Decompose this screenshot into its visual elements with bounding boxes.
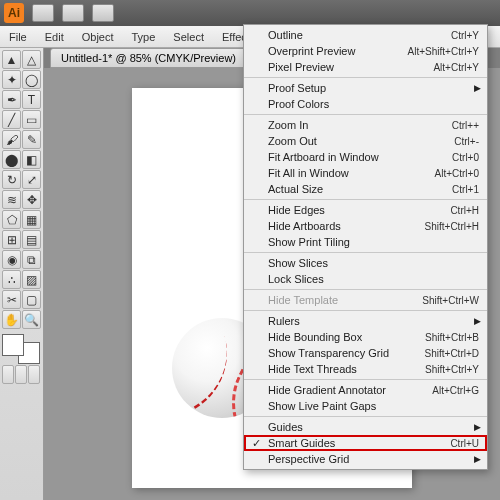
shortcut-text: Alt+Ctrl+0 xyxy=(435,168,479,179)
menu-item-show-live-paint-gaps[interactable]: Show Live Paint Gaps xyxy=(244,398,487,414)
shortcut-text: Ctrl+1 xyxy=(452,184,479,195)
app-logo: Ai xyxy=(4,3,24,23)
submenu-arrow-icon: ▶ xyxy=(474,316,481,326)
menu-select[interactable]: Select xyxy=(164,28,213,46)
menu-type[interactable]: Type xyxy=(123,28,165,46)
menu-item-label: Pixel Preview xyxy=(268,61,433,73)
menu-item-label: Fit All in Window xyxy=(268,167,435,179)
tool-pen[interactable]: ✒ xyxy=(2,90,21,109)
menu-item-label: Hide Gradient Annotator xyxy=(268,384,432,396)
tool-shape[interactable]: ⬠ xyxy=(2,210,21,229)
tool-pencil[interactable]: ✎ xyxy=(22,130,41,149)
menu-item-show-slices[interactable]: Show Slices xyxy=(244,255,487,271)
tool-art[interactable]: ▢ xyxy=(22,290,41,309)
shortcut-text: Shift+Ctrl+Y xyxy=(425,364,479,375)
document-tab[interactable]: Untitled-1* @ 85% (CMYK/Preview) ✕ xyxy=(50,48,261,68)
menu-item-label: Lock Slices xyxy=(268,273,479,285)
tool-col[interactable]: ▨ xyxy=(22,270,41,289)
menu-item-label: Show Live Paint Gaps xyxy=(268,400,479,412)
menu-edit[interactable]: Edit xyxy=(36,28,73,46)
menu-object[interactable]: Object xyxy=(73,28,123,46)
shortcut-text: Shift+Ctrl+H xyxy=(425,221,479,232)
tool-dsel[interactable]: △ xyxy=(22,50,41,69)
menu-item-label: Show Transparency Grid xyxy=(268,347,425,359)
tool-hand[interactable]: ✋ xyxy=(2,310,21,329)
tools-panel: ▲△✦◯✒T╱▭🖌✎⬤◧↻⤢≋✥⬠▦⊞▤◉⧉∴▨✂▢✋🔍 xyxy=(0,48,44,500)
menu-item-show-transparency-grid[interactable]: Show Transparency GridShift+Ctrl+D xyxy=(244,345,487,361)
tool-type[interactable]: T xyxy=(22,90,41,109)
menu-item-proof-setup[interactable]: Proof Setup▶ xyxy=(244,80,487,96)
menu-item-label: Outline xyxy=(268,29,451,41)
menu-item-guides[interactable]: Guides▶ xyxy=(244,419,487,435)
tool-rot[interactable]: ↻ xyxy=(2,170,21,189)
shortcut-text: Alt+Ctrl+Y xyxy=(433,62,479,73)
mode-a[interactable] xyxy=(2,365,14,384)
menu-item-label: Proof Colors xyxy=(268,98,479,110)
tool-eraser[interactable]: ◧ xyxy=(22,150,41,169)
menu-item-label: Guides xyxy=(268,421,479,433)
menu-item-label: Hide Template xyxy=(268,294,422,306)
shortcut-text: Ctrl++ xyxy=(452,120,479,131)
menu-item-label: Perspective Grid xyxy=(268,453,479,465)
tool-line[interactable]: ╱ xyxy=(2,110,21,129)
tool-slice[interactable]: ✂ xyxy=(2,290,21,309)
menu-item-proof-colors[interactable]: Proof Colors xyxy=(244,96,487,112)
shortcut-text: Alt+Ctrl+G xyxy=(432,385,479,396)
tool-lasso[interactable]: ◯ xyxy=(22,70,41,89)
menu-item-hide-template: Hide TemplateShift+Ctrl+W xyxy=(244,292,487,308)
toolbar-button[interactable] xyxy=(92,4,114,22)
toolbar-button[interactable] xyxy=(32,4,54,22)
menu-file[interactable]: File xyxy=(0,28,36,46)
menu-item-label: Hide Bounding Box xyxy=(268,331,425,343)
tool-eye[interactable]: ◉ xyxy=(2,250,21,269)
menu-item-hide-artboards[interactable]: Hide ArtboardsShift+Ctrl+H xyxy=(244,218,487,234)
menu-item-zoom-in[interactable]: Zoom InCtrl++ xyxy=(244,117,487,133)
menu-item-hide-edges[interactable]: Hide EdgesCtrl+H xyxy=(244,202,487,218)
submenu-arrow-icon: ▶ xyxy=(474,454,481,464)
menu-item-smart-guides[interactable]: ✓Smart GuidesCtrl+U xyxy=(244,435,487,451)
menu-item-overprint-preview[interactable]: Overprint PreviewAlt+Shift+Ctrl+Y xyxy=(244,43,487,59)
menu-item-show-print-tiling[interactable]: Show Print Tiling xyxy=(244,234,487,250)
tool-zoom[interactable]: 🔍 xyxy=(22,310,41,329)
menu-item-label: Overprint Preview xyxy=(268,45,408,57)
shortcut-text: Alt+Shift+Ctrl+Y xyxy=(408,46,479,57)
tool-brush[interactable]: 🖌 xyxy=(2,130,21,149)
menu-item-actual-size[interactable]: Actual SizeCtrl+1 xyxy=(244,181,487,197)
submenu-arrow-icon: ▶ xyxy=(474,83,481,93)
tool-sel[interactable]: ▲ xyxy=(2,50,21,69)
shortcut-text: Ctrl+Y xyxy=(451,30,479,41)
shortcut-text: Ctrl+U xyxy=(450,438,479,449)
color-swatch[interactable] xyxy=(2,334,40,364)
menu-item-outline[interactable]: OutlineCtrl+Y xyxy=(244,27,487,43)
menu-item-hide-text-threads[interactable]: Hide Text ThreadsShift+Ctrl+Y xyxy=(244,361,487,377)
shortcut-text: Shift+Ctrl+B xyxy=(425,332,479,343)
menu-item-label: Show Print Tiling xyxy=(268,236,479,248)
tool-blob[interactable]: ⬤ xyxy=(2,150,21,169)
shortcut-text: Shift+Ctrl+W xyxy=(422,295,479,306)
tool-mesh[interactable]: ⊞ xyxy=(2,230,21,249)
menu-item-pixel-preview[interactable]: Pixel PreviewAlt+Ctrl+Y xyxy=(244,59,487,75)
menu-item-lock-slices[interactable]: Lock Slices xyxy=(244,271,487,287)
tool-wand[interactable]: ✦ xyxy=(2,70,21,89)
menu-item-label: Rulers xyxy=(268,315,479,327)
menu-item-zoom-out[interactable]: Zoom OutCtrl+- xyxy=(244,133,487,149)
menu-item-hide-gradient-annotator[interactable]: Hide Gradient AnnotatorAlt+Ctrl+G xyxy=(244,382,487,398)
mode-c[interactable] xyxy=(28,365,40,384)
toolbar-button[interactable] xyxy=(62,4,84,22)
menu-item-fit-artboard-in-window[interactable]: Fit Artboard in WindowCtrl+0 xyxy=(244,149,487,165)
tool-warp[interactable]: ≋ xyxy=(2,190,21,209)
tool-grad[interactable]: ▤ xyxy=(22,230,41,249)
menu-item-hide-bounding-box[interactable]: Hide Bounding BoxShift+Ctrl+B xyxy=(244,329,487,345)
menu-item-fit-all-in-window[interactable]: Fit All in WindowAlt+Ctrl+0 xyxy=(244,165,487,181)
menu-item-label: Zoom Out xyxy=(268,135,454,147)
mode-b[interactable] xyxy=(15,365,27,384)
menu-item-perspective-grid[interactable]: Perspective Grid▶ xyxy=(244,451,487,467)
tool-psp[interactable]: ▦ xyxy=(22,210,41,229)
submenu-arrow-icon: ▶ xyxy=(474,422,481,432)
tool-spray[interactable]: ∴ xyxy=(2,270,21,289)
tool-rect[interactable]: ▭ xyxy=(22,110,41,129)
tool-scale[interactable]: ⤢ xyxy=(22,170,41,189)
menu-item-rulers[interactable]: Rulers▶ xyxy=(244,313,487,329)
tool-blend[interactable]: ⧉ xyxy=(22,250,41,269)
tool-free[interactable]: ✥ xyxy=(22,190,41,209)
